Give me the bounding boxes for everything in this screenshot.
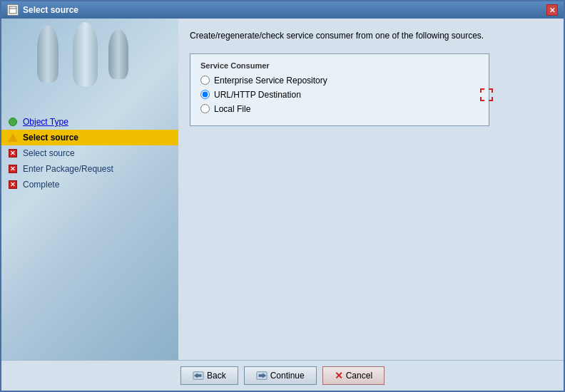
- deco-shape-2: [73, 22, 98, 86]
- sidebar-item-select-source[interactable]: ✕ Select source: [1, 145, 178, 161]
- cancel-label: Cancel: [346, 371, 372, 381]
- sidebar-item-object-type[interactable]: Object Type: [1, 114, 178, 130]
- red-square-icon-2: ✕: [7, 163, 19, 175]
- back-button[interactable]: Back: [180, 366, 238, 385]
- svg-rect-7: [258, 374, 262, 377]
- sidebar-item-select-source-active[interactable]: Select source: [1, 130, 178, 145]
- right-panel: Create/regenerate/check service consumer…: [178, 19, 564, 360]
- close-button[interactable]: ✕: [546, 4, 558, 16]
- selection-indicator: [480, 88, 493, 101]
- continue-icon: [256, 371, 268, 381]
- yellow-triangle-icon: [7, 132, 19, 143]
- continue-button[interactable]: Continue: [244, 366, 317, 385]
- window-body: Object Type Select source ✕ Select sourc…: [1, 19, 564, 360]
- radio-label-enterprise: Enterprise Service Repository: [214, 76, 327, 86]
- radio-option-local-file[interactable]: Local File: [200, 104, 479, 114]
- deco-shape-1: [37, 26, 58, 83]
- green-circle-icon: [7, 116, 19, 128]
- sidebar-item-enter-package[interactable]: ✕ Enter Package/Request: [1, 161, 178, 177]
- radio-option-enterprise[interactable]: Enterprise Service Repository: [200, 76, 479, 86]
- title-bar: Select source ✕: [1, 1, 564, 19]
- left-panel: Object Type Select source ✕ Select sourc…: [1, 19, 178, 360]
- radio-label-url-http: URL/HTTP Destination: [214, 90, 301, 100]
- svg-rect-4: [198, 374, 201, 377]
- deco-shape-3: [108, 29, 128, 79]
- nav-label-select-source: Select source: [23, 148, 75, 158]
- radio-url-http[interactable]: [200, 90, 210, 99]
- radio-local-file[interactable]: [200, 104, 210, 113]
- window-title: Select source: [23, 5, 78, 15]
- nav-label-enter-package: Enter Package/Request: [23, 164, 113, 174]
- back-label: Back: [207, 371, 226, 381]
- sidebar-item-complete[interactable]: ✕ Complete: [1, 177, 178, 192]
- continue-label: Continue: [270, 371, 305, 381]
- svg-rect-0: [9, 6, 16, 14]
- radio-label-local-file: Local File: [214, 104, 250, 114]
- nav-label-complete: Complete: [23, 180, 59, 190]
- cancel-button[interactable]: ✕ Cancel: [322, 366, 385, 385]
- title-bar-left: Select source: [7, 4, 78, 16]
- nav-items: Object Type Select source ✕ Select sourc…: [1, 111, 178, 195]
- radio-option-url-http[interactable]: URL/HTTP Destination: [200, 90, 479, 100]
- back-icon: [193, 371, 204, 381]
- window-icon: [7, 4, 19, 16]
- cancel-icon: ✕: [335, 370, 343, 381]
- red-square-icon-3: ✕: [7, 179, 19, 190]
- main-window: Select source ✕ Object Type: [0, 0, 565, 392]
- service-consumer-box: Service Consumer Enterprise Service Repo…: [190, 53, 489, 126]
- nav-label-object-type: Object Type: [23, 117, 68, 127]
- nav-label-select-source-active: Select source: [23, 133, 78, 143]
- decorative-shapes: [1, 19, 178, 111]
- radio-enterprise[interactable]: [200, 76, 210, 85]
- red-square-icon-1: ✕: [7, 148, 19, 159]
- service-consumer-title: Service Consumer: [200, 61, 479, 70]
- bottom-bar: Back Continue ✕ Cancel: [1, 360, 564, 391]
- description-text: Create/regenerate/check service consumer…: [190, 30, 552, 42]
